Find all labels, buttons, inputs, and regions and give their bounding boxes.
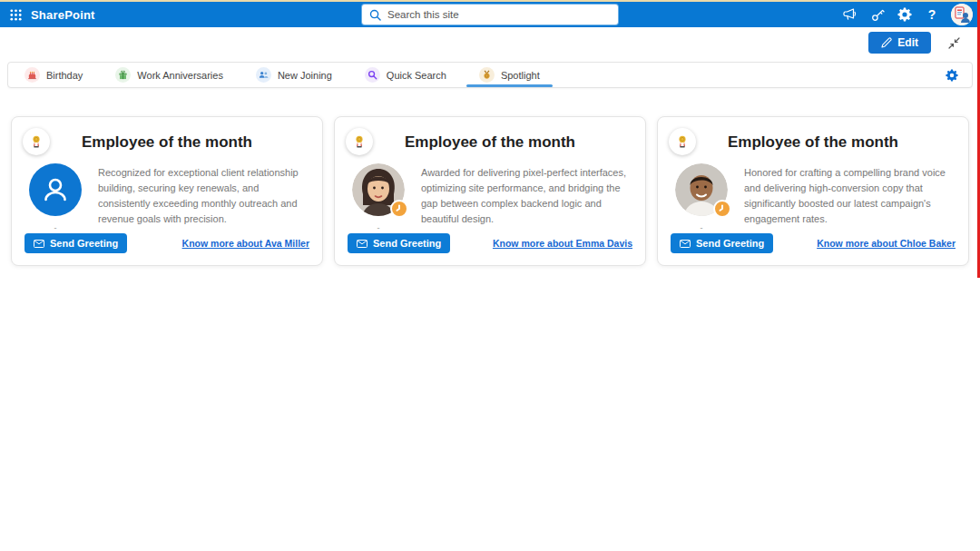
edit-button-label: Edit <box>897 36 918 49</box>
app-launcher-waffle-icon[interactable] <box>0 2 31 27</box>
tab-label: New Joining <box>278 70 332 81</box>
card-description: Honored for crafting a compelling brand … <box>744 165 956 232</box>
know-more-link[interactable]: Know more about Ava Miller <box>182 238 309 249</box>
user-avatar[interactable] <box>951 4 973 25</box>
cake-icon <box>24 67 40 83</box>
settings-gear-icon[interactable] <box>891 2 918 27</box>
card-title: Employee of the month <box>24 133 309 152</box>
away-clock-badge <box>713 200 731 218</box>
employee-card: Employee of the month <box>334 116 646 266</box>
person-icon <box>40 174 71 205</box>
tab-new-joining[interactable]: New Joining <box>240 63 348 87</box>
megaphone-icon[interactable] <box>837 2 864 27</box>
key-icon[interactable] <box>864 2 891 27</box>
tab-work-anniversaries[interactable]: Work Anniversaries <box>99 63 240 87</box>
clock-icon <box>395 204 404 213</box>
tab-label: Work Anniversaries <box>137 70 223 81</box>
envelope-icon <box>680 240 691 248</box>
card-title: Employee of the month <box>671 133 956 152</box>
medal-badge-icon <box>669 128 696 155</box>
app-name[interactable]: SharePoint <box>31 8 95 22</box>
page: SharePoint <box>0 0 980 551</box>
send-greeting-button[interactable]: Send Greeting <box>24 233 127 253</box>
search-icon <box>369 9 381 21</box>
tab-label: Birthday <box>46 70 83 81</box>
send-greeting-button[interactable]: Send Greeting <box>671 233 773 253</box>
edit-button[interactable]: Edit <box>868 32 931 54</box>
default-person-avatar <box>29 163 82 216</box>
tab-birthday[interactable]: Birthday <box>8 63 99 87</box>
person-name: - <box>54 223 57 232</box>
card-description: Awarded for delivering pixel-perfect int… <box>421 165 632 232</box>
medal-badge-icon <box>23 128 50 155</box>
send-greeting-label: Send Greeting <box>50 238 118 249</box>
card-description: Recognized for exceptional client relati… <box>98 165 309 232</box>
envelope-icon <box>34 240 44 248</box>
clock-icon <box>718 204 727 213</box>
person-name: - <box>701 223 703 232</box>
tab-quick-search[interactable]: Quick Search <box>348 63 463 87</box>
medal-icon <box>479 67 495 83</box>
collapse-icon[interactable] <box>944 33 964 53</box>
waffle-icon <box>10 9 22 21</box>
person-name: - <box>377 223 380 232</box>
send-greeting-button[interactable]: Send Greeting <box>348 233 450 253</box>
away-clock-badge <box>390 200 408 218</box>
tab-settings-gear-icon[interactable] <box>932 63 972 87</box>
card-title: Employee of the month <box>348 133 632 152</box>
search-icon <box>365 67 380 83</box>
employee-card: Employee of the month - Recognized for e… <box>11 116 323 266</box>
medal-badge-icon <box>346 128 373 155</box>
command-bar: Edit <box>0 27 980 58</box>
envelope-icon <box>357 240 368 248</box>
employee-cards-row: Employee of the month - Recognized for e… <box>0 116 980 266</box>
tab-label: Spotlight <box>501 70 540 81</box>
gift-icon <box>115 67 131 83</box>
tab-label: Quick Search <box>387 70 446 81</box>
pencil-icon <box>881 37 892 48</box>
suite-bar-right: ? <box>837 2 980 27</box>
tab-bar: Birthday Work Anniversaries <box>7 62 973 88</box>
know-more-link[interactable]: Know more about Chloe Baker <box>817 238 956 249</box>
send-greeting-label: Send Greeting <box>373 238 441 249</box>
send-greeting-label: Send Greeting <box>696 238 764 249</box>
suite-bar: SharePoint <box>0 2 980 27</box>
help-icon[interactable]: ? <box>918 2 946 27</box>
know-more-link[interactable]: Know more about Emma Davis <box>493 238 632 249</box>
search-box[interactable] <box>362 5 618 25</box>
people-icon <box>256 67 271 83</box>
search-input[interactable] <box>387 9 611 20</box>
employee-card: Employee of the month <box>657 116 969 266</box>
tab-spotlight[interactable]: Spotlight <box>463 63 556 87</box>
